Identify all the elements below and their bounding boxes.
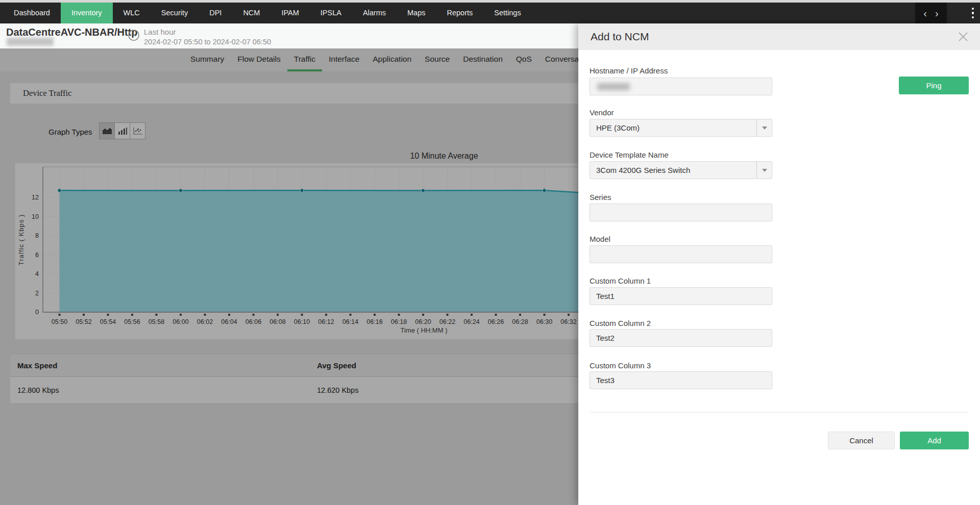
vendor-field: HPE (3Com) bbox=[590, 119, 772, 137]
hostname-field bbox=[590, 78, 772, 95]
clock-icon bbox=[128, 29, 140, 41]
device-template-field: 3Com 4200G Series Switch bbox=[590, 161, 772, 179]
redacted-hostname-value bbox=[597, 83, 630, 90]
redacted-device-address bbox=[7, 38, 54, 46]
series-input[interactable] bbox=[590, 204, 772, 221]
device-template-select[interactable]: 3Com 4200G Series Switch bbox=[590, 161, 772, 179]
nav-item-alarms[interactable]: Alarms bbox=[352, 3, 397, 23]
hostname-input[interactable] bbox=[590, 78, 772, 95]
time-range-label[interactable]: Last hour bbox=[144, 28, 176, 36]
custom-column-3-label: Custom Column 3 bbox=[590, 361, 772, 370]
main-nav: DashboardInventoryWLCSecurityDPINCMIPAMI… bbox=[0, 3, 980, 23]
custom-column-1-field: Test1 bbox=[590, 287, 772, 305]
custom-column-3-field: Test3 bbox=[590, 371, 772, 389]
cancel-button[interactable]: Cancel bbox=[828, 432, 895, 449]
custom-column-3-input[interactable]: Test3 bbox=[590, 371, 772, 389]
custom-column-2-label: Custom Column 2 bbox=[590, 319, 772, 327]
overflow-menu-icon[interactable] bbox=[968, 3, 978, 23]
nav-item-dashboard[interactable]: Dashboard bbox=[3, 3, 61, 23]
nav-item-security[interactable]: Security bbox=[151, 3, 199, 23]
modal-title: Add to NCM bbox=[591, 23, 649, 50]
model-label: Model bbox=[590, 235, 772, 243]
custom-column-2-field: Test2 bbox=[590, 329, 772, 347]
device-template-label: Device Template Name bbox=[590, 150, 772, 159]
nav-item-ncm[interactable]: NCM bbox=[232, 3, 271, 23]
page-title: DataCentreAVC-NBAR/Http bbox=[6, 27, 137, 38]
time-range-value: 2024-02-07 05:50 to 2024-02-07 06:50 bbox=[144, 38, 271, 46]
hostname-field-group: Hostname / IP Address bbox=[590, 66, 772, 75]
custom-column-1-input[interactable]: Test1 bbox=[590, 287, 772, 305]
close-icon[interactable] bbox=[958, 31, 969, 42]
series-field bbox=[590, 204, 772, 221]
vendor-dropdown-arrow-icon[interactable] bbox=[756, 119, 772, 136]
custom-column-2-input[interactable]: Test2 bbox=[590, 329, 772, 347]
custom-column-1-label: Custom Column 1 bbox=[590, 276, 772, 285]
model-input[interactable] bbox=[590, 245, 772, 263]
nav-item-dpi[interactable]: DPI bbox=[199, 3, 232, 23]
nav-item-settings[interactable]: Settings bbox=[483, 3, 531, 23]
modal-dim-overlay bbox=[0, 48, 578, 505]
nav-item-maps[interactable]: Maps bbox=[397, 3, 436, 23]
model-field bbox=[590, 245, 772, 263]
nav-forward-arrow-icon[interactable]: › bbox=[935, 8, 939, 18]
modal-header: Add to NCM bbox=[578, 23, 980, 50]
modal-footer-divider bbox=[590, 412, 969, 413]
hostname-label: Hostname / IP Address bbox=[590, 66, 772, 75]
add-button[interactable]: Add bbox=[900, 432, 969, 449]
nav-item-wlc[interactable]: WLC bbox=[113, 3, 151, 23]
ping-button[interactable]: Ping bbox=[899, 77, 969, 94]
nav-item-reports[interactable]: Reports bbox=[436, 3, 484, 23]
nav-item-inventory[interactable]: Inventory bbox=[61, 3, 113, 23]
device-template-dropdown-arrow-icon[interactable] bbox=[756, 162, 772, 179]
nav-back-arrow-icon[interactable]: ‹ bbox=[923, 8, 927, 18]
nav-scroll-arrows: ‹ › bbox=[915, 3, 947, 23]
nav-item-ipam[interactable]: IPAM bbox=[271, 3, 309, 23]
vendor-select[interactable]: HPE (3Com) bbox=[590, 119, 772, 137]
series-label: Series bbox=[590, 193, 772, 201]
vendor-label: Vendor bbox=[590, 108, 772, 117]
add-to-ncm-modal: Add to NCM Hostname / IP Address Ping Ve… bbox=[578, 23, 980, 505]
nav-item-ipsla[interactable]: IPSLA bbox=[310, 3, 352, 23]
